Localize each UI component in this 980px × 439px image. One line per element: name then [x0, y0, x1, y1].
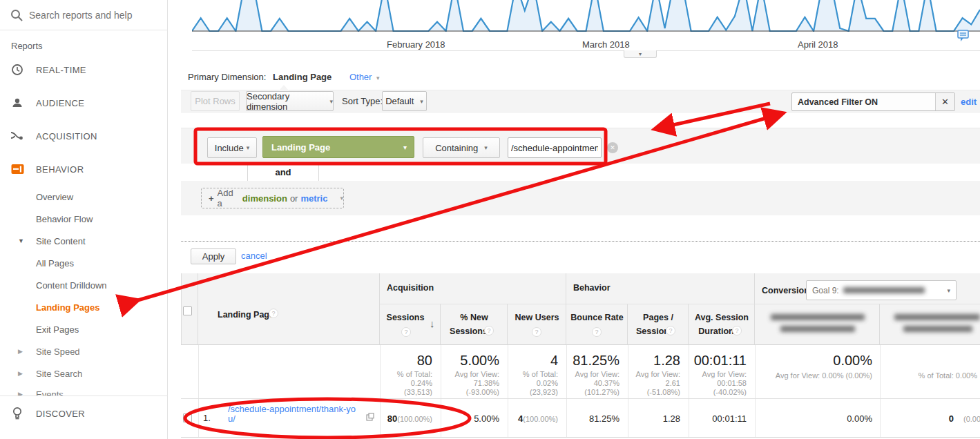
summary-sessions-sub2: 0.24% — [380, 379, 432, 388]
search-input[interactable]: Search reports and help — [29, 10, 132, 21]
advanced-filter-label: Advanced Filter ON — [792, 93, 935, 110]
caret-down-icon: ▾ — [329, 98, 333, 105]
row-divider — [181, 398, 980, 399]
redacted-goal-completions-header — [894, 314, 980, 320]
clock-icon — [10, 63, 25, 77]
axis-tick-april: April 2018 — [798, 39, 838, 50]
summary-bounce-sub3: (101.27%) — [566, 388, 619, 397]
sessions-column-header[interactable]: Sessions — [381, 313, 430, 322]
filter-value-input[interactable] — [508, 137, 602, 158]
annotation-icon[interactable] — [957, 30, 971, 43]
collapse-chart-tab[interactable]: ▾ — [624, 50, 657, 58]
row-new-users: 4(100.00%) — [508, 413, 558, 424]
summary-new-users-sub3: (23,923) — [508, 388, 558, 397]
header-new-users-cell — [508, 304, 566, 345]
sort-descending-icon[interactable]: ↓ — [430, 318, 435, 329]
goal-selector-dropdown[interactable]: Goal 9: ▾ — [806, 280, 957, 300]
select-all-checkbox[interactable] — [183, 306, 192, 315]
sidebar-item-realtime[interactable]: REAL-TIME — [0, 63, 168, 77]
sidebar-item-site-content[interactable]: ▼ Site Content — [0, 235, 168, 247]
summary-pages: 1.28 — [628, 353, 680, 369]
help-icon[interactable]: ? — [532, 327, 541, 337]
cancel-link[interactable]: cancel — [241, 251, 267, 261]
help-icon[interactable]: ? — [666, 326, 675, 335]
search-bar[interactable]: Search reports and help — [0, 0, 168, 30]
row-checkbox[interactable] — [183, 413, 192, 422]
axis-tick-february: February 2018 — [387, 39, 445, 50]
summary-pct-new-sub2: 71.38% — [441, 379, 499, 388]
caret-down-icon: ▾ — [247, 144, 250, 151]
header-goal-completions-cell — [880, 304, 980, 345]
header-landing-page-cell — [198, 273, 380, 345]
help-icon[interactable]: ? — [269, 309, 278, 318]
summary-pct-new: 5.00% — [441, 353, 499, 369]
sidebar-item-behavior[interactable]: BEHAVIOR — [0, 162, 168, 176]
summary-sessions-sub: % of Total: — [380, 370, 432, 379]
help-icon[interactable]: ? — [732, 326, 742, 335]
landing-page-column-header[interactable]: Landing Page — [218, 310, 274, 320]
summary-new-users-sub2: 0.02% — [508, 379, 558, 388]
sidebar-item-exit-pages[interactable]: Exit Pages — [0, 323, 168, 335]
chart-bottom-divider — [192, 50, 980, 51]
caret-right-icon: ▶ — [18, 348, 23, 355]
new-users-column-header[interactable]: New Users — [508, 313, 566, 322]
sidebar-item-site-speed[interactable]: ▶ Site Speed — [0, 345, 168, 358]
header-duration-cell — [689, 304, 755, 345]
pct-new-sessions-column-header[interactable]: % New — [441, 313, 508, 322]
external-link-icon[interactable] — [366, 413, 374, 421]
edit-filter-link[interactable]: edit — [961, 97, 977, 107]
plot-rows-button[interactable]: Plot Rows — [191, 91, 240, 111]
acquisition-icon — [10, 129, 25, 143]
table-bottom-border — [181, 437, 980, 438]
sidebar-item-content-drilldown[interactable]: Content Drilldown — [0, 279, 168, 291]
summary-pages-sub: Avg for View: — [628, 370, 680, 379]
header-pages-cell — [628, 304, 689, 345]
add-dimension-metric-button[interactable]: + Add a dimension or metric ▾ — [201, 188, 344, 208]
help-icon[interactable]: ? — [401, 327, 411, 337]
sort-type-label: Sort Type: — [342, 96, 383, 106]
sidebar-item-site-search[interactable]: ▶ Site Search — [0, 367, 168, 380]
bounce-rate-column-header[interactable]: Bounce Rate — [566, 313, 628, 322]
sessions-sparkline-chart — [192, 0, 980, 32]
sidebar-item-discover[interactable]: DISCOVER — [0, 407, 168, 420]
landing-page-link[interactable]: /schedule-appointment/thank-yo u/ — [228, 404, 356, 424]
summary-sessions-sub3: (33,513) — [380, 388, 432, 397]
row-goal-completions: 0 — [936, 413, 954, 424]
summary-bounce-sub2: 40.37% — [566, 379, 619, 388]
match-type-select[interactable]: Containing ▾ — [423, 137, 500, 158]
help-icon[interactable]: ? — [592, 327, 602, 337]
row-index: 1. — [203, 413, 211, 423]
filter-dimension-select[interactable]: Landing Page ▾ — [262, 136, 414, 158]
remove-condition-icon[interactable]: ✕ — [607, 142, 618, 153]
redacted-goal-rate-header-line2 — [780, 326, 855, 332]
lightbulb-icon — [10, 407, 25, 420]
include-exclude-select[interactable]: Include ▾ — [207, 137, 257, 158]
pages-session-column-header[interactable]: Pages / — [628, 313, 689, 322]
filter-separator — [181, 241, 980, 242]
avg-session-duration-column-header[interactable]: Avg. Session — [689, 313, 755, 322]
sidebar-item-all-pages[interactable]: All Pages — [0, 257, 168, 269]
sidebar-item-audience[interactable]: AUDIENCE — [0, 96, 168, 110]
help-icon[interactable]: ? — [484, 326, 494, 335]
caret-down-icon: ▾ — [376, 75, 380, 81]
sort-type-button[interactable]: Default ▾ — [382, 91, 427, 111]
sidebar-item-acquisition[interactable]: ACQUISITION — [0, 129, 168, 143]
secondary-dimension-button[interactable]: Secondary dimension ▾ — [246, 91, 334, 111]
behavior-icon — [10, 162, 25, 176]
caret-down-icon: ▾ — [639, 51, 642, 57]
caret-down-icon: ▼ — [18, 237, 24, 244]
header-pct-new-cell — [441, 304, 508, 345]
summary-goal-completions-sub: % of Total: 0.00% — [880, 371, 977, 380]
sidebar-item-landing-pages[interactable]: Landing Pages — [0, 301, 168, 313]
close-icon[interactable]: ✕ — [935, 93, 954, 110]
landing-page-link-line1: /schedule-appointment/thank-yo — [228, 404, 356, 414]
gridline — [198, 345, 199, 438]
sidebar-item-behavior-flow[interactable]: Behavior Flow — [0, 213, 168, 225]
header-goal-rate-cell — [755, 304, 880, 345]
primary-dimension-value[interactable]: Landing Page — [273, 72, 332, 82]
apply-button[interactable]: Apply — [191, 248, 236, 264]
primary-dimension-other[interactable]: Other — [349, 72, 372, 82]
sidebar-item-overview[interactable]: Overview — [0, 191, 168, 203]
gridline — [880, 345, 881, 438]
behavior-group-label: Behavior — [573, 283, 611, 293]
